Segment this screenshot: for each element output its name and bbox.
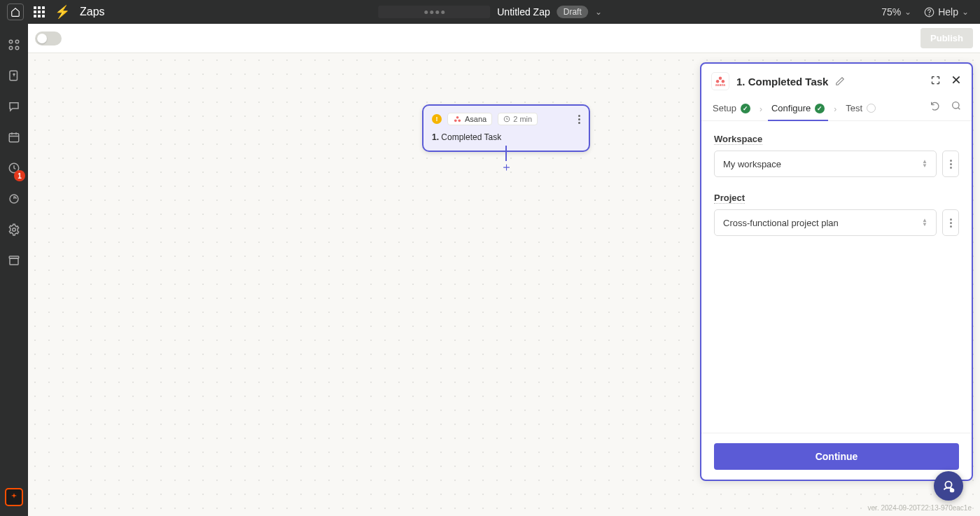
workspace-more-button[interactable] [942, 151, 959, 177]
interval-label: 2 min [513, 115, 532, 123]
undo-icon [930, 100, 941, 111]
sidebar-archive-icon[interactable] [7, 253, 21, 267]
svg-point-21 [945, 482, 951, 488]
svg-point-5 [15, 46, 19, 50]
tab-label: Setup [713, 103, 736, 113]
warning-icon: ! [432, 114, 442, 124]
tab-setup[interactable]: Setup ✓ [711, 97, 752, 120]
add-step-button[interactable]: ＋ [500, 161, 512, 172]
project-value: Cross-functional project plan [723, 218, 839, 228]
app-chip: Asana [447, 113, 492, 125]
chevron-right-icon: › [757, 104, 764, 114]
left-sidebar: 1 [0, 24, 28, 516]
updown-icon: ▲▼ [922, 160, 927, 168]
sidebar-calendar-icon[interactable] [7, 130, 21, 144]
svg-point-13 [456, 116, 458, 118]
enable-toggle[interactable] [35, 32, 62, 46]
check-icon: ✓ [741, 104, 750, 113]
svg-point-14 [454, 119, 456, 122]
project-select[interactable]: Cross-functional project plan ▲▼ [714, 209, 937, 236]
status-badge: Draft [557, 6, 588, 18]
svg-point-20 [953, 102, 959, 109]
chevron-down-icon[interactable]: ⌄ [595, 7, 602, 17]
svg-point-2 [9, 40, 13, 43]
step-title: Completed Task [441, 132, 501, 142]
chevron-right-icon: › [832, 104, 839, 114]
expand-button[interactable] [930, 75, 941, 88]
chevron-down-icon: ⌄ [904, 7, 911, 17]
updown-icon: ▲▼ [922, 218, 927, 227]
version-text: ver. 2024-09-20T22:13-970eac1e [868, 504, 972, 512]
help-label: Help [938, 6, 958, 18]
topbar: ⚡ Zaps Untitled Zap Draft ⌄ 75% ⌄ Help ⌄ [0, 0, 980, 24]
svg-rect-7 [9, 134, 19, 142]
svg-rect-12 [9, 256, 19, 258]
svg-rect-11 [10, 258, 18, 265]
continue-button[interactable]: Continue [714, 443, 959, 470]
svg-rect-22 [951, 489, 954, 492]
step-number: 1. [432, 132, 439, 142]
tab-label: Test [846, 103, 862, 113]
svg-point-15 [458, 119, 461, 122]
sidebar-alerts-icon[interactable] [7, 192, 21, 206]
section-title: Zaps [80, 6, 105, 18]
app-name: Asana [465, 115, 486, 123]
sidebar-export-icon[interactable] [7, 69, 21, 83]
sidebar-comment-icon[interactable] [7, 99, 21, 113]
help-button[interactable]: Help ⌄ [924, 6, 969, 18]
home-icon [10, 7, 20, 17]
editor-canvas[interactable]: ! Asana 2 min 1. Completed Task ＋ asana [28, 53, 980, 516]
notification-badge: 1 [14, 170, 25, 181]
check-icon: ✓ [815, 104, 825, 113]
project-more-button[interactable] [942, 209, 959, 236]
workspace-value: My workspace [723, 159, 781, 169]
apps-grid-icon[interactable] [34, 6, 45, 18]
clock-icon [503, 116, 510, 123]
publish-button[interactable]: Publish [920, 28, 973, 48]
tab-label: Configure [771, 103, 811, 113]
undo-button[interactable] [930, 100, 941, 113]
svg-point-3 [15, 40, 19, 43]
asana-icon: asana [711, 72, 729, 90]
panel-title: 1. Completed Task [736, 76, 828, 88]
node-more-button[interactable] [578, 115, 580, 124]
panel-tabs: Setup ✓ › Configure ✓ › Test [701, 97, 972, 121]
secondary-bar: Publish [28, 24, 980, 53]
redacted-area [378, 6, 490, 18]
workspace-select[interactable]: My workspace ▲▼ [714, 151, 937, 177]
node-title: 1. Completed Task [432, 132, 580, 142]
svg-point-17 [719, 76, 722, 79]
tab-test[interactable]: Test [844, 97, 877, 120]
step-config-panel: asana 1. Completed Task Setup ✓ › Config… [700, 62, 973, 481]
tab-configure[interactable]: Configure ✓ [770, 97, 826, 120]
bolt-icon: ⚡ [55, 4, 70, 20]
svg-point-4 [9, 46, 13, 50]
help-fab[interactable] [934, 471, 963, 501]
edit-icon[interactable] [835, 76, 845, 86]
sidebar-flow-icon[interactable] [7, 38, 21, 52]
refresh-button[interactable] [951, 100, 962, 113]
sparkle-icon [9, 492, 19, 502]
empty-status-icon [867, 104, 876, 113]
search-refresh-icon [951, 100, 962, 111]
help-icon [924, 7, 934, 18]
close-icon [951, 74, 962, 85]
sidebar-settings-icon[interactable] [7, 223, 21, 237]
svg-point-10 [13, 228, 16, 232]
trigger-node[interactable]: ! Asana 2 min 1. Completed Task [422, 104, 590, 152]
asana-icon [453, 115, 461, 123]
close-button[interactable] [951, 74, 962, 88]
zap-name[interactable]: Untitled Zap [497, 6, 550, 18]
headset-icon [941, 478, 956, 494]
interval-chip: 2 min [498, 113, 538, 125]
zoom-value: 75% [881, 6, 901, 18]
field-label-project: Project [714, 193, 745, 204]
zoom-control[interactable]: 75% ⌄ [881, 6, 911, 18]
ai-sparkle-button[interactable] [5, 488, 23, 506]
home-button[interactable] [7, 4, 24, 20]
expand-icon [930, 75, 941, 85]
field-label-workspace: Workspace [714, 134, 762, 145]
svg-point-1 [929, 14, 930, 15]
chevron-down-icon: ⌄ [962, 7, 969, 17]
